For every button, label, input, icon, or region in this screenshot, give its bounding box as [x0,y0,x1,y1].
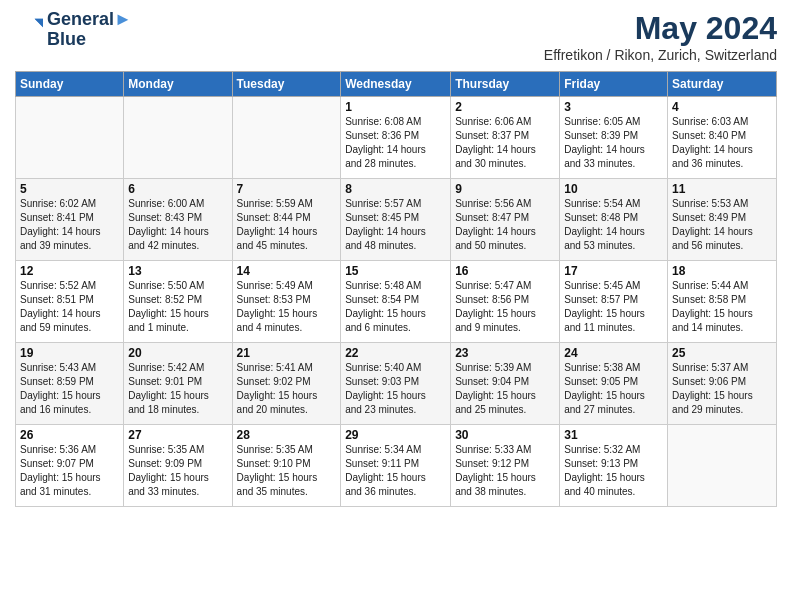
day-number: 3 [564,100,663,114]
day-number: 30 [455,428,555,442]
calendar-cell: 30Sunrise: 5:33 AMSunset: 9:12 PMDayligh… [451,425,560,507]
calendar-cell: 16Sunrise: 5:47 AMSunset: 8:56 PMDayligh… [451,261,560,343]
page: General► Blue May 2024 Effretikon / Riko… [0,0,792,612]
day-number: 12 [20,264,119,278]
day-info: Sunrise: 5:36 AMSunset: 9:07 PMDaylight:… [20,443,119,499]
calendar-cell: 20Sunrise: 5:42 AMSunset: 9:01 PMDayligh… [124,343,232,425]
day-number: 4 [672,100,772,114]
day-info: Sunrise: 6:00 AMSunset: 8:43 PMDaylight:… [128,197,227,253]
day-number: 19 [20,346,119,360]
day-info: Sunrise: 5:48 AMSunset: 8:54 PMDaylight:… [345,279,446,335]
calendar-week-row: 19Sunrise: 5:43 AMSunset: 8:59 PMDayligh… [16,343,777,425]
day-info: Sunrise: 5:54 AMSunset: 8:48 PMDaylight:… [564,197,663,253]
calendar-cell: 2Sunrise: 6:06 AMSunset: 8:37 PMDaylight… [451,97,560,179]
day-number: 13 [128,264,227,278]
calendar-week-row: 26Sunrise: 5:36 AMSunset: 9:07 PMDayligh… [16,425,777,507]
weekday-header: Monday [124,72,232,97]
weekday-header: Sunday [16,72,124,97]
day-info: Sunrise: 5:56 AMSunset: 8:47 PMDaylight:… [455,197,555,253]
day-number: 24 [564,346,663,360]
day-info: Sunrise: 5:59 AMSunset: 8:44 PMDaylight:… [237,197,337,253]
weekday-header: Friday [560,72,668,97]
day-number: 15 [345,264,446,278]
day-info: Sunrise: 5:45 AMSunset: 8:57 PMDaylight:… [564,279,663,335]
day-info: Sunrise: 5:40 AMSunset: 9:03 PMDaylight:… [345,361,446,417]
day-info: Sunrise: 5:37 AMSunset: 9:06 PMDaylight:… [672,361,772,417]
calendar-cell: 21Sunrise: 5:41 AMSunset: 9:02 PMDayligh… [232,343,341,425]
day-number: 6 [128,182,227,196]
day-number: 31 [564,428,663,442]
day-info: Sunrise: 6:03 AMSunset: 8:40 PMDaylight:… [672,115,772,171]
day-info: Sunrise: 5:43 AMSunset: 8:59 PMDaylight:… [20,361,119,417]
logo-text: General► Blue [47,10,132,50]
day-info: Sunrise: 5:35 AMSunset: 9:10 PMDaylight:… [237,443,337,499]
calendar-cell: 10Sunrise: 5:54 AMSunset: 8:48 PMDayligh… [560,179,668,261]
day-number: 17 [564,264,663,278]
weekday-header: Thursday [451,72,560,97]
day-number: 10 [564,182,663,196]
day-info: Sunrise: 5:52 AMSunset: 8:51 PMDaylight:… [20,279,119,335]
day-info: Sunrise: 5:34 AMSunset: 9:11 PMDaylight:… [345,443,446,499]
calendar-cell: 12Sunrise: 5:52 AMSunset: 8:51 PMDayligh… [16,261,124,343]
day-number: 1 [345,100,446,114]
day-number: 26 [20,428,119,442]
day-info: Sunrise: 5:32 AMSunset: 9:13 PMDaylight:… [564,443,663,499]
calendar-week-row: 1Sunrise: 6:08 AMSunset: 8:36 PMDaylight… [16,97,777,179]
calendar-cell [232,97,341,179]
day-number: 8 [345,182,446,196]
calendar-cell: 28Sunrise: 5:35 AMSunset: 9:10 PMDayligh… [232,425,341,507]
day-number: 5 [20,182,119,196]
day-number: 14 [237,264,337,278]
calendar-cell: 18Sunrise: 5:44 AMSunset: 8:58 PMDayligh… [668,261,777,343]
day-number: 7 [237,182,337,196]
day-info: Sunrise: 5:35 AMSunset: 9:09 PMDaylight:… [128,443,227,499]
day-number: 11 [672,182,772,196]
day-info: Sunrise: 6:05 AMSunset: 8:39 PMDaylight:… [564,115,663,171]
main-title: May 2024 [544,10,777,47]
calendar-cell [16,97,124,179]
calendar-week-row: 5Sunrise: 6:02 AMSunset: 8:41 PMDaylight… [16,179,777,261]
day-info: Sunrise: 5:39 AMSunset: 9:04 PMDaylight:… [455,361,555,417]
weekday-header: Tuesday [232,72,341,97]
calendar-cell [668,425,777,507]
day-info: Sunrise: 5:47 AMSunset: 8:56 PMDaylight:… [455,279,555,335]
calendar-cell: 26Sunrise: 5:36 AMSunset: 9:07 PMDayligh… [16,425,124,507]
day-number: 22 [345,346,446,360]
day-number: 29 [345,428,446,442]
calendar-cell: 15Sunrise: 5:48 AMSunset: 8:54 PMDayligh… [341,261,451,343]
calendar-cell: 8Sunrise: 5:57 AMSunset: 8:45 PMDaylight… [341,179,451,261]
day-number: 27 [128,428,227,442]
calendar-cell: 6Sunrise: 6:00 AMSunset: 8:43 PMDaylight… [124,179,232,261]
day-info: Sunrise: 5:57 AMSunset: 8:45 PMDaylight:… [345,197,446,253]
calendar-cell: 17Sunrise: 5:45 AMSunset: 8:57 PMDayligh… [560,261,668,343]
header: General► Blue May 2024 Effretikon / Riko… [15,10,777,63]
calendar-cell: 1Sunrise: 6:08 AMSunset: 8:36 PMDaylight… [341,97,451,179]
calendar-cell: 4Sunrise: 6:03 AMSunset: 8:40 PMDaylight… [668,97,777,179]
calendar: SundayMondayTuesdayWednesdayThursdayFrid… [15,71,777,507]
calendar-cell: 14Sunrise: 5:49 AMSunset: 8:53 PMDayligh… [232,261,341,343]
calendar-cell: 24Sunrise: 5:38 AMSunset: 9:05 PMDayligh… [560,343,668,425]
day-info: Sunrise: 6:02 AMSunset: 8:41 PMDaylight:… [20,197,119,253]
day-number: 23 [455,346,555,360]
day-number: 20 [128,346,227,360]
day-info: Sunrise: 5:50 AMSunset: 8:52 PMDaylight:… [128,279,227,335]
day-info: Sunrise: 5:33 AMSunset: 9:12 PMDaylight:… [455,443,555,499]
calendar-cell: 29Sunrise: 5:34 AMSunset: 9:11 PMDayligh… [341,425,451,507]
calendar-cell: 11Sunrise: 5:53 AMSunset: 8:49 PMDayligh… [668,179,777,261]
day-info: Sunrise: 6:06 AMSunset: 8:37 PMDaylight:… [455,115,555,171]
logo: General► Blue [15,10,132,50]
weekday-header: Saturday [668,72,777,97]
day-info: Sunrise: 5:44 AMSunset: 8:58 PMDaylight:… [672,279,772,335]
calendar-cell [124,97,232,179]
day-info: Sunrise: 5:41 AMSunset: 9:02 PMDaylight:… [237,361,337,417]
day-info: Sunrise: 6:08 AMSunset: 8:36 PMDaylight:… [345,115,446,171]
day-number: 28 [237,428,337,442]
calendar-week-row: 12Sunrise: 5:52 AMSunset: 8:51 PMDayligh… [16,261,777,343]
subtitle: Effretikon / Rikon, Zurich, Switzerland [544,47,777,63]
day-info: Sunrise: 5:49 AMSunset: 8:53 PMDaylight:… [237,279,337,335]
calendar-cell: 3Sunrise: 6:05 AMSunset: 8:39 PMDaylight… [560,97,668,179]
day-number: 21 [237,346,337,360]
calendar-cell: 31Sunrise: 5:32 AMSunset: 9:13 PMDayligh… [560,425,668,507]
calendar-cell: 5Sunrise: 6:02 AMSunset: 8:41 PMDaylight… [16,179,124,261]
calendar-cell: 9Sunrise: 5:56 AMSunset: 8:47 PMDaylight… [451,179,560,261]
